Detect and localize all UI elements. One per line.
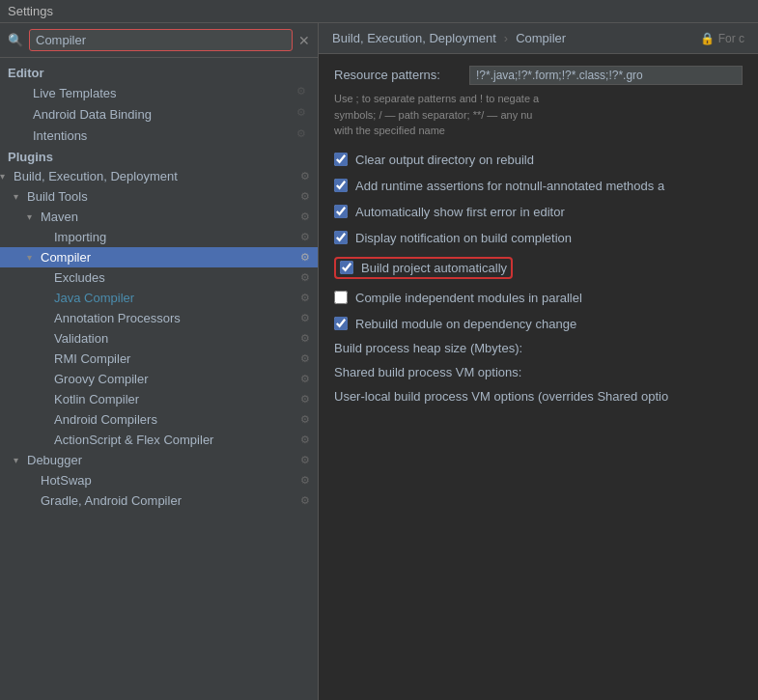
sidebar-item-label: HotSwap xyxy=(41,473,300,488)
build-automatically-label[interactable]: Build project automatically xyxy=(361,261,507,275)
gear-icon: ⚙ xyxy=(300,352,310,365)
right-panel: Build, Execution, Deployment › Compiler … xyxy=(319,23,758,700)
runtime-assertions-label[interactable]: Add runtime assertions for notnull-annot… xyxy=(355,179,664,193)
sidebar-item-live-templates[interactable]: Live Templates ⚙ xyxy=(0,82,318,103)
sidebar-item-label: Debugger xyxy=(27,453,300,467)
resource-patterns-row: Resource patterns: !?*.java;!?*.form;!?*… xyxy=(334,66,743,85)
sidebar-item-label: Java Compiler xyxy=(54,291,300,305)
gear-icon: ⚙ xyxy=(300,393,310,406)
top-bar: Settings xyxy=(0,0,758,23)
gear-icon: ⚙ xyxy=(300,170,310,182)
sidebar-item-label: Excludes xyxy=(54,270,300,285)
clear-icon[interactable]: ✕ xyxy=(298,34,310,47)
sidebar-item-android-compilers[interactable]: Android Compilers ⚙ xyxy=(0,409,318,430)
sidebar-item-debugger[interactable]: ▾ Debugger ⚙ xyxy=(0,450,318,470)
checkbox-build-automatically: Build project automatically xyxy=(334,255,743,281)
breadcrumb-separator: › xyxy=(504,31,508,45)
build-heap-row: Build process heap size (Mbytes): xyxy=(334,341,743,355)
display-notification-checkbox[interactable] xyxy=(334,231,348,244)
checkbox-show-first-error: Automatically show first error in editor xyxy=(334,203,743,221)
build-heap-label: Build process heap size (Mbytes): xyxy=(334,341,527,355)
gear-icon: ⚙ xyxy=(300,434,310,446)
sidebar-item-actionscript-flex[interactable]: ActionScript & Flex Compiler ⚙ xyxy=(0,430,318,450)
sidebar-item-groovy-compiler[interactable]: Groovy Compiler ⚙ xyxy=(0,369,318,389)
compile-independent-checkbox[interactable] xyxy=(334,291,348,304)
search-input[interactable] xyxy=(29,29,293,51)
sidebar: 🔍 ✕ Editor Live Templates ⚙ Android Data… xyxy=(0,23,319,700)
build-automatically-checkbox[interactable] xyxy=(340,261,353,274)
sidebar-item-label: Annotation Processors xyxy=(54,311,300,325)
resource-patterns-label: Resource patterns: xyxy=(334,66,460,82)
sidebar-item-excludes[interactable]: Excludes ⚙ xyxy=(0,267,318,288)
compile-independent-label[interactable]: Compile independent modules in parallel xyxy=(355,291,582,305)
clear-output-checkbox[interactable] xyxy=(334,153,348,166)
sidebar-item-label: RMI Compiler xyxy=(54,351,300,366)
breadcrumb-part1: Build, Execution, Deployment xyxy=(332,31,496,45)
clear-output-label[interactable]: Clear output directory on rebuild xyxy=(355,153,534,167)
checkbox-display-notification: Display notification on build completion xyxy=(334,229,743,247)
gear-icon: ⚙ xyxy=(300,190,310,203)
expand-arrow: ▾ xyxy=(27,252,41,263)
sidebar-item-validation[interactable]: Validation ⚙ xyxy=(0,328,318,349)
gear-icon: ⚙ xyxy=(300,494,310,507)
rebuild-module-label[interactable]: Rebuild module on dependency change xyxy=(355,317,576,331)
show-first-error-checkbox[interactable] xyxy=(334,205,348,218)
sidebar-item-importing[interactable]: Importing ⚙ xyxy=(0,227,318,247)
sidebar-item-label: Importing xyxy=(54,230,300,244)
gear-icon: ⚙ xyxy=(300,312,310,324)
sidebar-item-label: Compiler xyxy=(41,250,300,265)
gear-icon: ⚙ xyxy=(300,251,310,264)
expand-arrow: ▾ xyxy=(0,171,14,182)
sidebar-item-annotation-processors[interactable]: Annotation Processors ⚙ xyxy=(0,308,318,328)
gear-icon: ⚙ xyxy=(300,292,310,304)
shared-vm-row: Shared build process VM options: xyxy=(334,365,743,379)
section-plugins: Plugins xyxy=(0,146,318,166)
sidebar-item-compiler[interactable]: ▾ Compiler ⚙ xyxy=(0,247,318,267)
gear-icon: ⚙ xyxy=(296,106,312,122)
for-c-label: 🔒 For c xyxy=(700,32,744,45)
gear-icon: ⚙ xyxy=(296,127,312,143)
search-bar: 🔍 ✕ xyxy=(0,23,318,58)
checkbox-rebuild-module: Rebuild module on dependency change xyxy=(334,315,743,333)
sidebar-item-build-execution-deployment[interactable]: ▾ Build, Execution, Deployment ⚙ xyxy=(0,166,318,186)
gear-icon: ⚙ xyxy=(300,210,310,223)
main-container: 🔍 ✕ Editor Live Templates ⚙ Android Data… xyxy=(0,23,758,700)
sidebar-item-hotswap[interactable]: HotSwap ⚙ xyxy=(0,470,318,490)
sidebar-item-java-compiler[interactable]: Java Compiler ⚙ xyxy=(0,288,318,308)
sidebar-item-maven[interactable]: ▾ Maven ⚙ xyxy=(0,207,318,227)
display-notification-label[interactable]: Display notification on build completion xyxy=(355,231,572,245)
sidebar-item-label: Android Data Binding xyxy=(33,107,296,122)
lock-icon: 🔒 xyxy=(700,32,715,45)
search-icon: 🔍 xyxy=(8,33,23,47)
app-title: Settings xyxy=(8,4,53,18)
gear-icon: ⚙ xyxy=(300,231,310,243)
sidebar-item-label: Validation xyxy=(54,331,300,346)
sidebar-item-label: Build, Execution, Deployment xyxy=(14,169,300,183)
sidebar-item-intentions[interactable]: Intentions ⚙ xyxy=(0,125,318,146)
sidebar-item-label: Build Tools xyxy=(27,189,300,204)
resource-patterns-value: !?*.java;!?*.form;!?*.class;!?*.gro xyxy=(469,66,743,85)
rebuild-module-checkbox[interactable] xyxy=(334,317,348,330)
runtime-assertions-checkbox[interactable] xyxy=(334,179,348,192)
expand-arrow: ▾ xyxy=(14,191,27,202)
panel-header: Build, Execution, Deployment › Compiler … xyxy=(319,23,758,54)
sidebar-item-label: Android Compilers xyxy=(54,412,300,427)
checkbox-compile-independent: Compile independent modules in parallel xyxy=(334,289,743,307)
gear-icon: ⚙ xyxy=(300,454,310,466)
panel-content: Resource patterns: !?*.java;!?*.form;!?*… xyxy=(319,54,758,700)
sidebar-item-gradle-android-compiler[interactable]: Gradle, Android Compiler ⚙ xyxy=(0,490,318,511)
checkbox-runtime-assertions: Add runtime assertions for notnull-annot… xyxy=(334,177,743,195)
gear-icon: ⚙ xyxy=(300,271,310,284)
sidebar-item-kotlin-compiler[interactable]: Kotlin Compiler ⚙ xyxy=(0,389,318,409)
expand-arrow: ▾ xyxy=(14,455,27,465)
build-automatically-highlight: Build project automatically xyxy=(334,257,513,279)
show-first-error-label[interactable]: Automatically show first error in editor xyxy=(355,205,565,219)
sidebar-item-rmi-compiler[interactable]: RMI Compiler ⚙ xyxy=(0,349,318,369)
gear-icon: ⚙ xyxy=(300,413,310,426)
section-editor: Editor xyxy=(0,62,318,82)
sidebar-item-label: ActionScript & Flex Compiler xyxy=(54,433,300,447)
sidebar-item-android-data-binding[interactable]: Android Data Binding ⚙ xyxy=(0,103,318,125)
gear-icon: ⚙ xyxy=(296,85,312,100)
gear-icon: ⚙ xyxy=(300,474,310,487)
sidebar-item-build-tools[interactable]: ▾ Build Tools ⚙ xyxy=(0,186,318,207)
